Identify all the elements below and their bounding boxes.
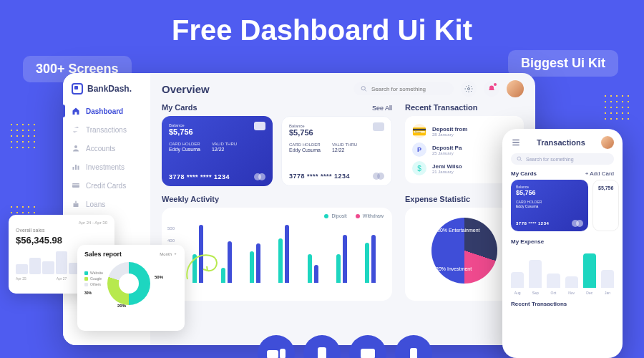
svg-point-6	[361, 87, 365, 90]
mobile-credit-card-peek[interactable]: $5,756	[592, 180, 619, 231]
legend-item: Others	[90, 282, 101, 286]
nav-investments[interactable]: Investments	[63, 158, 150, 176]
card-balance: $5,756	[516, 189, 583, 196]
nav-credit-cards[interactable]: Credit Cards	[63, 176, 150, 195]
logo-icon	[72, 83, 83, 95]
mobile-section-title: My Expense	[511, 238, 544, 245]
card-title: Sales report	[84, 251, 122, 258]
search-icon	[361, 85, 367, 92]
card-holder-label: CARD HOLDER	[289, 142, 321, 147]
section-title-my-cards: My Cards	[162, 103, 197, 112]
tx-date: 25 January	[432, 151, 462, 155]
card-balance: $5,756	[289, 128, 384, 137]
svg-rect-2	[75, 165, 77, 170]
card-balance-label: Balance	[289, 124, 384, 128]
card-balance: $5,756	[598, 185, 613, 190]
svg-rect-1	[73, 167, 74, 170]
tx-title: Jemi Wilso	[432, 163, 462, 170]
sales-donut: 50% 20%	[107, 262, 150, 305]
search-field[interactable]	[353, 82, 454, 95]
chart-icon	[72, 163, 80, 171]
nav-label: Accounts	[86, 145, 115, 153]
user-icon	[72, 144, 80, 153]
mobile-expense-chart: AugSepOctNovDecJan	[511, 248, 614, 288]
section-title-recent: Recent Transaction	[405, 103, 477, 112]
mastercard-icon	[373, 173, 384, 180]
transfer-icon	[72, 125, 80, 134]
paypal-icon: P	[412, 142, 426, 157]
mastercard-icon	[254, 173, 265, 180]
date-range: Apr 24 - Apr 30	[16, 221, 107, 225]
coin-icon: $	[412, 161, 426, 175]
card-holder: Eddy Cusuma	[516, 204, 583, 208]
home-icon	[72, 107, 80, 115]
legend-item: Google	[90, 276, 102, 281]
topbar: Overview	[162, 80, 524, 97]
transaction-row[interactable]: PDeposit Pa25 January	[412, 140, 517, 159]
card-valid-label: VALID THRU	[212, 142, 237, 146]
credit-card[interactable]: Balance $5,756 CARD HOLDEREddy Cusuma VA…	[281, 116, 392, 186]
nav-accounts[interactable]: Accounts	[63, 139, 150, 158]
card-valid: 12/22	[212, 147, 237, 152]
user-avatar[interactable]	[507, 80, 524, 97]
nav-transactions[interactable]: Transactions	[63, 120, 150, 139]
search-input[interactable]	[371, 86, 447, 92]
app-logo[interactable]: BankDash.	[63, 79, 150, 102]
tx-date: 21 January	[432, 170, 462, 174]
card-number: 3778 **** **** 1234	[289, 173, 350, 180]
svg-rect-3	[78, 166, 79, 170]
tx-title: Deposit from	[432, 126, 467, 132]
decorative-dots	[602, 93, 631, 122]
period-selector[interactable]: Month	[160, 252, 177, 256]
user-avatar[interactable]	[601, 136, 614, 149]
hero-title: Free Dashboard Ui Kit	[0, 14, 644, 47]
settings-button[interactable]	[461, 81, 477, 97]
mobile-credit-card[interactable]: Balance $5,756 CARD HOLDER Eddy Cusuma 3…	[511, 180, 588, 231]
transaction-row[interactable]: 💳Deposit from28 January	[412, 122, 517, 140]
decorative-dots	[9, 122, 37, 150]
mobile-search[interactable]: Search for something	[511, 153, 614, 165]
nav-dashboard[interactable]: Dashboard	[63, 102, 150, 120]
cards-row: Balance $5,756 CARD HOLDEREddy Cusuma VA…	[162, 116, 392, 186]
mastercard-icon	[572, 220, 583, 227]
nav-loans[interactable]: Loans	[63, 195, 150, 213]
svg-rect-5	[72, 185, 79, 185]
x-label: Apr 25	[16, 276, 26, 281]
expense-pie: 30% Entertainment 20% Investment	[431, 218, 497, 284]
transaction-row[interactable]: $Jemi Wilso21 January	[412, 159, 517, 178]
credit-card[interactable]: Balance $5,756 CARD HOLDEREddy Cusuma VA…	[162, 116, 273, 186]
tx-date: 28 January	[432, 132, 467, 137]
card-balance-label: Balance	[169, 123, 265, 127]
section-title-weekly: Weekly Activity	[162, 195, 219, 203]
nav-label: Credit Cards	[86, 182, 126, 190]
svg-point-8	[517, 157, 521, 160]
bell-icon	[487, 84, 496, 93]
card-valid: 12/22	[332, 147, 357, 153]
card-holder: Eddy Cusuma	[289, 147, 321, 153]
card-number: 3778 **** 1234	[516, 221, 549, 226]
see-all-link[interactable]: See All	[372, 105, 392, 112]
chart-legend: Diposit Withdraw	[170, 213, 384, 218]
sales-amount: $56,345.98	[16, 235, 107, 246]
pie-slice-label: 20% Investment	[436, 266, 472, 272]
mobile-section-title: Recent Transactions	[511, 301, 614, 307]
page-title: Overview	[162, 83, 346, 95]
card-icon: 💳	[412, 124, 426, 138]
menu-icon[interactable]	[511, 137, 521, 147]
section-title-expense: Expense Statistic	[405, 195, 470, 203]
donut-legend: Website Google Others 30%	[84, 271, 103, 295]
notifications-button[interactable]	[484, 81, 499, 97]
logo-text: BankDash.	[87, 84, 132, 94]
legend-pct: 30%	[84, 291, 103, 295]
pie-slice-label: 30% Entertainment	[437, 228, 480, 233]
card-balance: $5,756	[169, 127, 265, 136]
nav-label: Transactions	[86, 126, 127, 134]
swirl-arrow-icon	[180, 243, 223, 286]
nav-label: Dashboard	[86, 107, 123, 115]
add-card-link[interactable]: + Add Card	[585, 170, 614, 177]
search-icon	[517, 156, 522, 162]
card-holder-label: CARD HOLDER	[169, 142, 200, 146]
sales-report-card: Sales report Month Website Google Others…	[77, 245, 185, 331]
mobile-section-title: My Cards	[511, 170, 537, 177]
donut-label: 50%	[155, 275, 163, 279]
